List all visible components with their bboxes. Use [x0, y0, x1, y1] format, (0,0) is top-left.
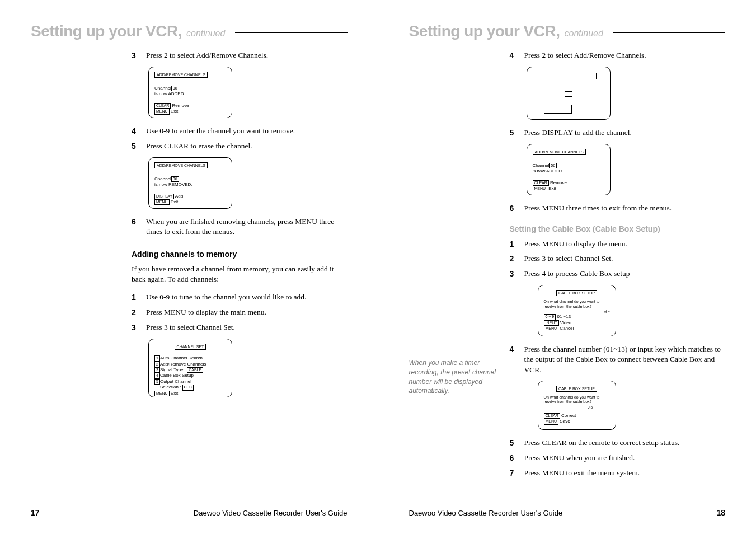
- step-text: Use 0-9 to enter the channel you want to…: [146, 126, 295, 137]
- osd-value: 06: [549, 163, 557, 168]
- step: 2 Press MENU to display the main menu.: [132, 307, 348, 318]
- step-text: When you are finished removing channels,…: [146, 217, 348, 237]
- sidenote: When you make a timer recording, the pre…: [409, 358, 501, 396]
- subhead: Setting the Cable Box (Cable Box Setup): [510, 224, 726, 235]
- osd-text: Auto Channel Search: [160, 355, 203, 360]
- step-text: Press DISPLAY to add the channel.: [524, 128, 632, 138]
- osd-key: MENU: [544, 419, 559, 424]
- step-num: 6: [510, 453, 516, 463]
- osd-text: On what channel do you want to receive f…: [544, 299, 610, 309]
- footer-rule: [46, 514, 187, 514]
- osd-title: ADD/REMOVE CHANNELS: [154, 162, 208, 168]
- osd-label: Exit: [171, 391, 178, 396]
- osd-title: CABLE BOX SETUP: [556, 386, 597, 392]
- footer-text: Daewoo Video Cassette Recorder User's Gu…: [409, 509, 563, 517]
- osd-text: is now REMOVED.: [154, 182, 226, 188]
- osd-text: Channel: [533, 163, 550, 168]
- osd-label: Correct: [561, 413, 576, 418]
- osd-screen: CABLE BOX SETUP On what channel do you w…: [538, 285, 616, 336]
- step-text: Press MENU three times to exit from the …: [524, 203, 672, 214]
- osd-title: ADD/REMOVE CHANNELS: [154, 72, 208, 78]
- step-num: 5: [510, 438, 516, 448]
- osd-title: ADD/REMOVE CHANNELS: [533, 149, 586, 155]
- osd-screen: ADD/REMOVE CHANNELS Channel06 is now REM…: [148, 157, 232, 209]
- osd-text: Channel: [154, 86, 171, 91]
- page-left: Setting up your VCR, continued 3 Press 2…: [0, 0, 378, 534]
- step-text: Press 2 to select Add/Remove Channels.: [524, 50, 646, 61]
- osd-label: Exit: [171, 109, 178, 114]
- osd-screen: ADD/REMOVE CHANNELS Channel06 is now ADD…: [148, 67, 232, 118]
- step: 4 Press 2 to select Add/Remove Channels.: [510, 50, 726, 61]
- step-num: 1: [132, 292, 138, 303]
- step-text: Press MENU to exit the menu system.: [524, 468, 640, 479]
- osd-key: 3: [154, 367, 160, 373]
- footer: Daewoo Video Cassette Recorder User's Gu…: [409, 503, 726, 517]
- step-num: 2: [510, 254, 516, 264]
- paragraph: If you have removed a channel from memor…: [132, 264, 348, 284]
- step-text: Press MENU to display the main menu.: [146, 307, 266, 318]
- osd-label: Video: [560, 320, 571, 325]
- osd-title: CABLE BOX SETUP: [556, 290, 597, 296]
- step-text: Press CLEAR on the remote to correct set…: [524, 438, 680, 448]
- step: 1 Press MENU to display the menu.: [510, 239, 726, 250]
- step: 7 Press MENU to exit the menu system.: [510, 468, 726, 479]
- osd-key: 5: [154, 379, 160, 385]
- footer-rule: [569, 514, 710, 514]
- osd-key: CLEAR: [533, 180, 549, 186]
- footer: 17 Daewoo Video Cassette Recorder User's…: [31, 503, 348, 517]
- osd-text: On what channel do you want to receive f…: [544, 395, 610, 405]
- step: 6 When you are finished removing channel…: [132, 217, 348, 237]
- page-number: 17: [31, 508, 40, 517]
- osd-screen: CHANNEL SET 1Auto Channel Search 2Add/Re…: [148, 339, 232, 397]
- step-num: 4: [132, 126, 138, 137]
- step-num: 7: [510, 468, 516, 479]
- step: 2 Press 3 to select Channel Set.: [510, 254, 726, 264]
- osd-key: DISPLAY: [154, 194, 174, 199]
- step: 4 Use 0-9 to enter the channel you want …: [132, 126, 348, 137]
- step: 6 Press MENU three times to exit from th…: [510, 203, 726, 214]
- osd-text: Add/Remove Channels: [160, 362, 206, 367]
- step-text: Press 2 to select Add/Remove Channels.: [146, 50, 268, 61]
- step-num: 4: [510, 50, 516, 61]
- header: Setting up your VCR, continued: [409, 22, 726, 40]
- osd-text: Selection :: [160, 385, 181, 390]
- osd-key: INPUT: [544, 320, 559, 326]
- osd-key: MENU: [533, 186, 548, 191]
- osd-key: MENU: [154, 199, 170, 205]
- osd-text: is now ADDED.: [533, 168, 604, 174]
- continued-label: continued: [186, 29, 225, 39]
- osd-label: Remove: [172, 103, 189, 108]
- header-rule: [613, 32, 725, 33]
- step: 5 Press CLEAR on the remote to correct s…: [510, 438, 726, 448]
- content-right: 4 Press 2 to select Add/Remove Channels.…: [510, 50, 726, 483]
- step: 3 Press 3 to select Channel Set.: [132, 322, 348, 333]
- step: 5 Press DISPLAY to add the channel.: [510, 128, 726, 138]
- page-right: Setting up your VCR, continued When you …: [378, 0, 757, 534]
- step-text: Press 3 to select Channel Set.: [146, 322, 235, 333]
- osd-label: Save: [560, 419, 570, 424]
- osd-key: MENU: [154, 391, 170, 396]
- step-num: 4: [510, 344, 516, 375]
- osd-key: 4: [154, 373, 160, 378]
- step-text: Press MENU to display the menu.: [524, 239, 628, 250]
- osd-text: Output Channel: [160, 379, 191, 384]
- step-num: 3: [510, 269, 516, 279]
- osd-label: Exit: [171, 199, 178, 204]
- osd-text: Channel: [154, 176, 171, 181]
- osd-key: 1: [154, 355, 160, 361]
- continued-label: continued: [565, 29, 603, 39]
- header-rule: [235, 32, 347, 33]
- osd-tag: CH3: [182, 385, 194, 390]
- step: 4 Press the channel number (01~13) or in…: [510, 344, 726, 375]
- osd-text: is now ADDED.: [154, 91, 226, 97]
- osd-text: Signal Type :: [160, 367, 186, 372]
- osd-label: 01 −13: [557, 314, 571, 319]
- page-title: Setting up your VCR,: [409, 22, 560, 40]
- step-num: 3: [132, 322, 138, 333]
- placeholder-square: [565, 91, 572, 97]
- osd-label: Cancel: [560, 326, 574, 331]
- osd-text: Cable Box Setup: [160, 373, 194, 378]
- step: 6 Press MENU when you are finished.: [510, 453, 726, 463]
- page-number: 18: [716, 508, 725, 517]
- osd-label: Add: [175, 194, 183, 199]
